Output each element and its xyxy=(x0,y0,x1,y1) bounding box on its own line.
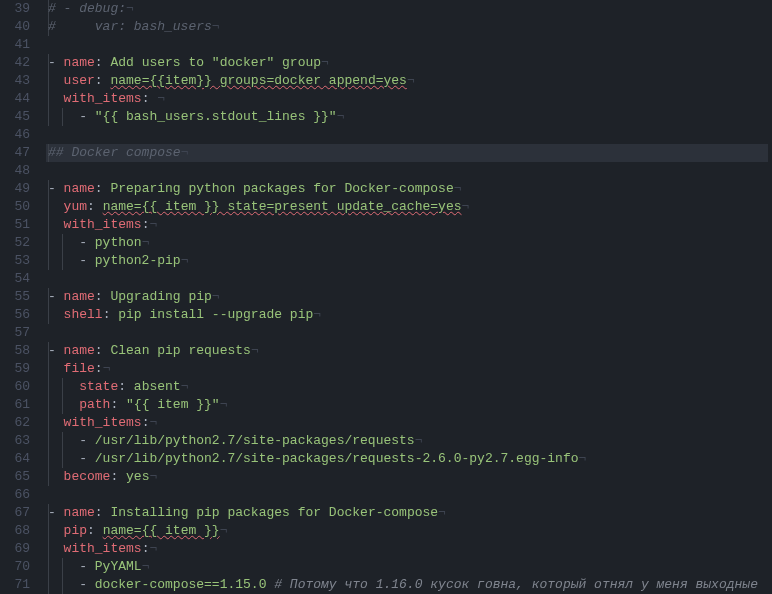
code-token: : xyxy=(87,199,103,214)
line-number-gutter: 3940414243444546474849505152535455565758… xyxy=(0,0,42,594)
code-token: ¬ xyxy=(415,433,423,448)
code-token: : xyxy=(110,469,126,484)
code-line[interactable]: - PyYAML¬ xyxy=(46,558,768,576)
code-token: yum xyxy=(64,199,87,214)
line-number: 41 xyxy=(6,36,30,54)
line-number: 52 xyxy=(6,234,30,252)
code-line[interactable] xyxy=(46,162,768,180)
code-token: pip install --upgrade pip xyxy=(118,307,313,322)
code-line[interactable]: shell: pip install --upgrade pip¬ xyxy=(46,306,768,324)
code-token: Add users to "docker" group xyxy=(110,55,321,70)
code-token: ¬ xyxy=(181,253,189,268)
code-line[interactable] xyxy=(46,270,768,288)
code-line[interactable]: yum: name={{ item }} state=present updat… xyxy=(46,198,768,216)
code-token: : xyxy=(118,379,134,394)
line-number: 71 xyxy=(6,576,30,594)
code-line[interactable]: - /usr/lib/python2.7/site-packages/reque… xyxy=(46,450,768,468)
code-token: : xyxy=(95,181,111,196)
code-token: : xyxy=(95,73,111,88)
code-line[interactable]: with_items:¬ xyxy=(46,414,768,432)
code-token: - xyxy=(48,55,64,70)
code-token xyxy=(48,541,64,556)
code-line[interactable]: - /usr/lib/python2.7/site-packages/reque… xyxy=(46,432,768,450)
line-number: 55 xyxy=(6,288,30,306)
code-line[interactable]: state: absent¬ xyxy=(46,378,768,396)
code-token: ¬ xyxy=(103,361,111,376)
code-token: ¬ xyxy=(142,235,150,250)
code-token: # - debug: xyxy=(48,1,126,16)
code-token: path xyxy=(79,397,110,412)
code-token: - xyxy=(48,181,64,196)
code-line[interactable] xyxy=(46,486,768,504)
code-token: ¬ xyxy=(149,217,157,232)
code-token: pip xyxy=(64,523,87,538)
code-line[interactable]: file:¬ xyxy=(46,360,768,378)
code-line[interactable]: with_items:¬ xyxy=(46,540,768,558)
code-token: ¬ xyxy=(251,343,259,358)
code-token: # var: bash_users xyxy=(48,19,212,34)
code-token: ¬ xyxy=(212,289,220,304)
code-token: : xyxy=(95,343,111,358)
code-line[interactable]: # - debug:¬ xyxy=(46,0,768,18)
code-token: with_items xyxy=(64,91,142,106)
code-line[interactable]: - "{{ bash_users.stdout_lines }}"¬ xyxy=(46,108,768,126)
code-line[interactable] xyxy=(46,324,768,342)
code-token: shell xyxy=(64,307,103,322)
code-token: : xyxy=(95,55,111,70)
line-number: 42 xyxy=(6,54,30,72)
line-number: 57 xyxy=(6,324,30,342)
code-token: name xyxy=(64,181,95,196)
code-token: : xyxy=(87,523,103,538)
code-line[interactable]: - python2-pip¬ xyxy=(46,252,768,270)
code-token: ¬ xyxy=(579,451,587,466)
code-line[interactable]: - name: Upgrading pip¬ xyxy=(46,288,768,306)
code-line[interactable]: pip: name={{ item }}¬ xyxy=(46,522,768,540)
code-line[interactable]: with_items:¬ xyxy=(46,216,768,234)
code-editor-area[interactable]: # - debug:¬# var: bash_users¬- name: Add… xyxy=(42,0,772,594)
code-token: : xyxy=(95,361,103,376)
code-line[interactable]: user: name={{item}} groups=docker append… xyxy=(46,72,768,90)
code-token: /usr/lib/python2.7/site-packages/request… xyxy=(95,451,579,466)
code-line[interactable]: become: yes¬ xyxy=(46,468,768,486)
line-number: 56 xyxy=(6,306,30,324)
code-line[interactable]: - docker-compose==1.15.0 # Потому что 1.… xyxy=(46,576,768,594)
code-line[interactable]: ## Docker compose¬ xyxy=(46,144,768,162)
code-line[interactable]: - name: Preparing python packages for Do… xyxy=(46,180,768,198)
code-token: : xyxy=(95,289,111,304)
line-number: 66 xyxy=(6,486,30,504)
code-line[interactable]: - python¬ xyxy=(46,234,768,252)
code-token: ¬ xyxy=(321,55,329,70)
code-token xyxy=(48,199,64,214)
code-token: - xyxy=(48,505,64,520)
code-line[interactable]: - name: Add users to "docker" group¬ xyxy=(46,54,768,72)
code-line[interactable]: - name: Clean pip requests¬ xyxy=(46,342,768,360)
line-number: 65 xyxy=(6,468,30,486)
code-token: file xyxy=(64,361,95,376)
line-number: 61 xyxy=(6,396,30,414)
code-line[interactable]: # var: bash_users¬ xyxy=(46,18,768,36)
code-line[interactable] xyxy=(46,36,768,54)
code-token: ¬ xyxy=(181,379,189,394)
code-line[interactable] xyxy=(46,126,768,144)
code-token: ¬ xyxy=(149,415,157,430)
code-token: ¬ xyxy=(461,199,469,214)
code-token xyxy=(48,469,64,484)
code-token: name xyxy=(64,289,95,304)
code-token: - xyxy=(48,559,95,574)
code-token: ¬ xyxy=(126,1,134,16)
code-token: name xyxy=(64,343,95,358)
line-number: 47 xyxy=(6,144,30,162)
line-number: 39 xyxy=(6,0,30,18)
code-line[interactable]: - name: Installing pip packages for Dock… xyxy=(46,504,768,522)
code-token: name xyxy=(64,55,95,70)
line-number: 67 xyxy=(6,504,30,522)
code-line[interactable]: with_items: ¬ xyxy=(46,90,768,108)
code-token: ¬ xyxy=(220,397,228,412)
code-line[interactable]: path: "{{ item }}"¬ xyxy=(46,396,768,414)
code-token: with_items xyxy=(64,217,142,232)
line-number: 68 xyxy=(6,522,30,540)
code-token xyxy=(48,91,64,106)
line-number: 43 xyxy=(6,72,30,90)
line-number: 63 xyxy=(6,432,30,450)
code-token: ¬ xyxy=(313,307,321,322)
